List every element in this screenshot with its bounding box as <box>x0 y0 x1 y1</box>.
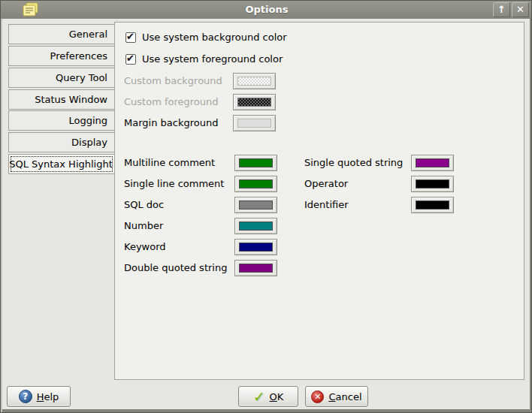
number-color-button[interactable] <box>234 218 277 234</box>
custom-foreground-row: Custom foreground <box>124 94 334 110</box>
custom-background-row: Custom background <box>124 73 334 89</box>
tab-sql-syntax-highlight[interactable]: SQL Syntax Highlight <box>8 154 115 174</box>
margin-background-swatch <box>237 119 271 128</box>
help-button-label: Help <box>37 391 59 402</box>
double-quoted-string-label: Double quoted string <box>124 260 227 276</box>
operator-row: Operator <box>304 176 515 192</box>
double-quoted-string-swatch <box>239 264 273 273</box>
custom-foreground-swatch <box>237 98 271 107</box>
ok-button-label: OK <box>270 391 284 402</box>
identifier-color-button[interactable] <box>411 197 454 213</box>
double-quoted-string-row: Double quoted string <box>124 260 334 276</box>
sql-doc-color-button[interactable] <box>234 197 277 213</box>
use-system-foreground-checkbox[interactable]: ✔ <box>125 54 136 65</box>
cancel-button-label: Cancel <box>328 391 361 402</box>
operator-color-button[interactable] <box>411 176 454 192</box>
custom-background-label: Custom background <box>124 73 222 89</box>
multiline-comment-label: Multiline comment <box>124 155 215 171</box>
cancel-button[interactable]: ✕ Cancel <box>305 386 368 407</box>
sql-doc-swatch <box>239 200 273 210</box>
checkmark-icon: ✔ <box>126 53 135 64</box>
use-system-foreground-row: ✔ Use system foreground color <box>125 53 283 65</box>
close-button[interactable]: ✕ <box>512 2 529 17</box>
help-button[interactable]: ? Help <box>7 386 71 407</box>
custom-foreground-color-button <box>233 94 276 110</box>
multiline-comment-swatch <box>239 158 273 167</box>
tab-preferences[interactable]: Preferences <box>8 46 115 66</box>
keyword-row: Keyword <box>124 239 334 255</box>
keyword-color-button[interactable] <box>234 239 277 255</box>
keyword-swatch <box>239 243 273 252</box>
help-question-icon: ? <box>19 390 32 403</box>
double-quoted-string-color-button[interactable] <box>234 260 277 276</box>
identifier-swatch <box>416 200 449 210</box>
multiline-comment-color-button[interactable] <box>234 155 277 171</box>
single-line-comment-color-button[interactable] <box>234 176 277 192</box>
use-system-background-row: ✔ Use system background color <box>125 32 287 44</box>
sql-doc-row: SQL doc <box>124 197 334 213</box>
custom-background-color-button <box>233 73 276 89</box>
use-system-foreground-label: Use system foreground color <box>142 51 283 68</box>
margin-background-color-button[interactable] <box>233 115 276 131</box>
operator-swatch <box>416 179 449 188</box>
single-line-comment-row: Single line comment <box>124 176 334 192</box>
single-quoted-string-swatch <box>416 158 449 167</box>
operator-label: Operator <box>304 176 348 192</box>
number-label: Number <box>124 218 163 234</box>
margin-background-label: Margin background <box>124 115 218 131</box>
single-quoted-string-label: Single quoted string <box>304 155 403 171</box>
use-system-background-label: Use system background color <box>142 29 287 46</box>
custom-foreground-label: Custom foreground <box>124 94 219 110</box>
cancel-x-icon: ✕ <box>311 390 324 403</box>
single-quoted-string-row: Single quoted string <box>304 155 515 171</box>
single-quoted-string-color-button[interactable] <box>411 155 454 171</box>
ok-button[interactable]: ✓ OK <box>238 386 298 407</box>
identifier-label: Identifier <box>304 197 349 213</box>
tab-logging[interactable]: Logging <box>8 110 115 131</box>
tab-display[interactable]: Display <box>8 132 115 152</box>
tab-general[interactable]: General <box>8 24 115 44</box>
margin-background-row: Margin background <box>124 115 334 131</box>
number-row: Number <box>124 218 334 234</box>
sql-doc-label: SQL doc <box>124 197 164 213</box>
single-line-comment-label: Single line comment <box>124 176 224 192</box>
checkmark-icon: ✔ <box>126 31 135 42</box>
sql-syntax-highlight-page: ✔ Use system background color ✔ Use syst… <box>114 22 524 380</box>
tab-query-tool[interactable]: Query Tool <box>8 68 115 88</box>
custom-background-swatch <box>237 77 271 86</box>
window-title: Options <box>1 1 532 19</box>
ok-checkmark-icon: ✓ <box>253 390 265 404</box>
single-line-comment-swatch <box>239 179 273 188</box>
tab-status-window[interactable]: Status Window <box>8 89 115 110</box>
keyword-label: Keyword <box>124 239 166 255</box>
number-swatch <box>239 222 273 231</box>
close-icon: ✕ <box>516 4 524 15</box>
titlebar[interactable]: Options ↑ ✕ <box>1 1 532 19</box>
options-dialog: Options ↑ ✕ General Preferences Query To… <box>0 0 532 413</box>
multiline-comment-row: Multiline comment <box>124 155 334 171</box>
rollup-arrow-icon: ↑ <box>497 4 506 15</box>
identifier-row: Identifier <box>304 197 515 213</box>
use-system-background-checkbox[interactable]: ✔ <box>125 32 136 43</box>
rollup-button[interactable]: ↑ <box>493 2 510 17</box>
